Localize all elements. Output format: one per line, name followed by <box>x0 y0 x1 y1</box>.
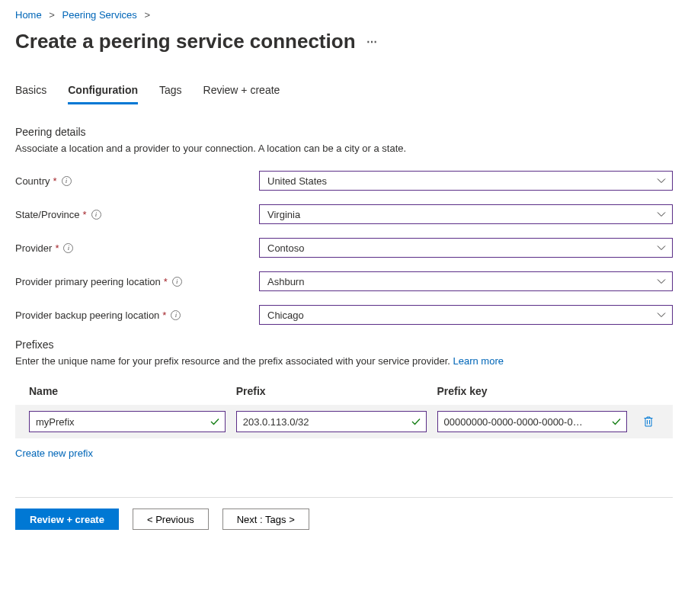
required-marker: * <box>162 310 166 321</box>
info-icon[interactable]: i <box>171 310 181 320</box>
section-heading-peering: Peering details <box>15 126 673 138</box>
section-heading-prefixes: Prefixes <box>15 338 673 351</box>
select-country-value: United States <box>267 175 327 187</box>
label-text-primary-location: Provider primary peering location <box>15 276 161 287</box>
select-backup-location-value: Chicago <box>267 310 304 321</box>
required-marker: * <box>83 209 87 220</box>
create-new-prefix-link[interactable]: Create new prefix <box>15 448 93 459</box>
select-primary-location-value: Ashburn <box>267 276 304 287</box>
tabs: Basics Configuration Tags Review + creat… <box>15 84 673 104</box>
select-provider-value: Contoso <box>267 242 304 254</box>
tab-basics[interactable]: Basics <box>15 84 46 104</box>
row-primary-location: Provider primary peering location * i As… <box>15 271 673 291</box>
label-text-provider: Provider <box>15 242 52 254</box>
row-country: Country * i United States <box>15 171 673 191</box>
table-row: myPrefix 203.0.113.0/32 00000000-0000-00… <box>15 405 673 438</box>
select-state[interactable]: Virginia <box>259 204 673 224</box>
prefix-name-value: myPrefix <box>36 416 75 428</box>
select-backup-location[interactable]: Chicago <box>259 305 673 325</box>
learn-more-link[interactable]: Learn more <box>453 355 503 367</box>
chevron-down-icon <box>657 243 666 252</box>
tab-tags[interactable]: Tags <box>159 84 182 104</box>
check-icon <box>210 416 220 427</box>
row-backup-location: Provider backup peering location * i Chi… <box>15 305 673 325</box>
breadcrumb-home[interactable]: Home <box>15 9 42 21</box>
section-desc-peering: Associate a location and a provider to y… <box>15 143 673 154</box>
prefix-name-input[interactable]: myPrefix <box>29 411 226 432</box>
label-state: State/Province * i <box>15 209 259 220</box>
label-text-backup-location: Provider backup peering location <box>15 310 159 321</box>
select-provider[interactable]: Contoso <box>259 238 673 258</box>
more-button[interactable]: ⋯ <box>366 36 377 48</box>
prefix-value: 203.0.113.0/32 <box>243 416 309 428</box>
select-primary-location[interactable]: Ashburn <box>259 271 673 291</box>
required-marker: * <box>164 276 168 287</box>
required-marker: * <box>53 175 57 187</box>
prefix-key-input[interactable]: 00000000-0000-0000-0000-0… <box>437 411 628 432</box>
label-backup-location: Provider backup peering location * i <box>15 310 259 321</box>
section-desc-prefixes: Enter the unique name for your prefix re… <box>15 355 673 367</box>
prefixes-desc-text: Enter the unique name for your prefix re… <box>15 355 453 367</box>
delete-prefix-button[interactable] <box>638 415 659 428</box>
select-country[interactable]: United States <box>259 171 673 191</box>
breadcrumb-peering-services[interactable]: Peering Services <box>62 9 137 21</box>
breadcrumb-sep: > <box>49 9 55 21</box>
label-provider: Provider * i <box>15 242 259 254</box>
info-icon[interactable]: i <box>62 176 72 186</box>
col-header-key: Prefix key <box>437 385 627 397</box>
info-icon[interactable]: i <box>63 243 73 253</box>
prefix-table: Name Prefix Prefix key myPrefix 203.0.11… <box>15 385 673 438</box>
check-icon <box>611 416 622 427</box>
info-icon[interactable]: i <box>91 210 101 220</box>
check-icon <box>411 416 421 427</box>
previous-button[interactable]: < Previous <box>133 509 209 530</box>
tab-review-create[interactable]: Review + create <box>203 84 280 104</box>
chevron-down-icon <box>657 277 666 286</box>
review-create-button[interactable]: Review + create <box>15 509 119 530</box>
breadcrumb-sep: > <box>144 9 150 21</box>
page-title-row: Create a peering service connection ⋯ <box>15 30 673 53</box>
footer: Review + create < Previous Next : Tags > <box>15 497 673 530</box>
row-state: State/Province * i Virginia <box>15 204 673 224</box>
chevron-down-icon <box>657 210 666 219</box>
label-primary-location: Provider primary peering location * i <box>15 276 259 287</box>
col-header-name: Name <box>29 385 226 397</box>
row-provider: Provider * i Contoso <box>15 238 673 258</box>
info-icon[interactable]: i <box>172 277 182 287</box>
next-button[interactable]: Next : Tags > <box>222 509 309 530</box>
label-country: Country * i <box>15 175 259 187</box>
label-text-country: Country <box>15 175 50 187</box>
tab-configuration[interactable]: Configuration <box>68 84 138 104</box>
col-header-prefix: Prefix <box>236 385 427 397</box>
prefix-value-input[interactable]: 203.0.113.0/32 <box>236 411 427 432</box>
prefix-table-header: Name Prefix Prefix key <box>15 385 673 405</box>
breadcrumb: Home > Peering Services > <box>15 9 673 21</box>
chevron-down-icon <box>657 310 666 319</box>
required-marker: * <box>55 242 59 254</box>
select-state-value: Virginia <box>267 209 300 220</box>
chevron-down-icon <box>657 176 666 185</box>
page-title: Create a peering service connection <box>15 30 356 53</box>
prefix-key-value: 00000000-0000-0000-0000-0… <box>444 416 583 428</box>
label-text-state: State/Province <box>15 209 80 220</box>
